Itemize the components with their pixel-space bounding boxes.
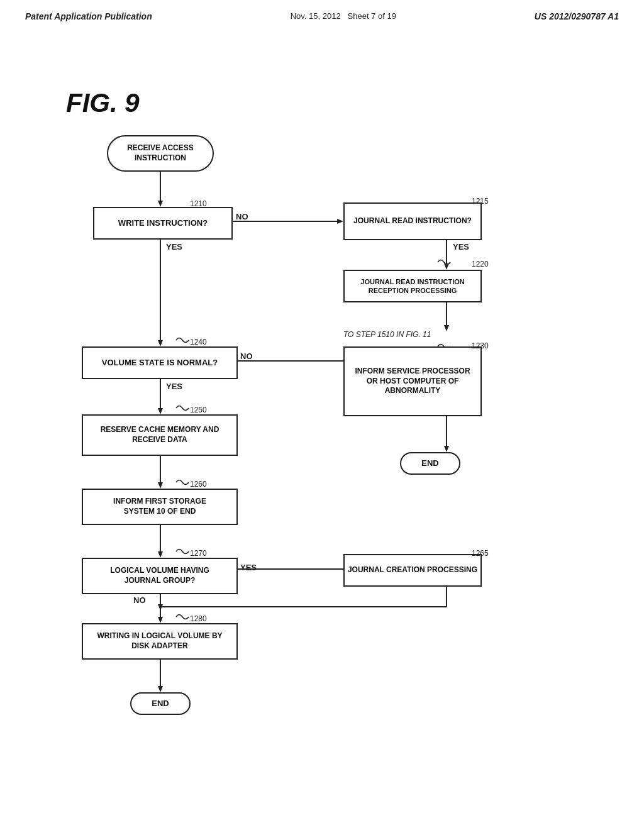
logical-volume-node: LOGICAL VOLUME HAVING JOURNAL GROUP? <box>82 558 238 594</box>
step-1260-label: 1260 <box>190 480 207 489</box>
step-1210-label: 1210 <box>190 199 207 208</box>
step-1230-label: 1230 <box>472 341 489 350</box>
to-step-label: TO STEP 1510 IN FIG. 11 <box>343 330 431 339</box>
step-1250-label: 1250 <box>190 406 207 414</box>
svg-marker-15 <box>444 446 449 452</box>
step-1220-label: 1220 <box>472 260 489 268</box>
writing-logical-volume-node: WRITING IN LOGICAL VOLUME BY DISK ADAPTE… <box>82 623 238 660</box>
figure-title: FIG. 9 <box>66 88 140 118</box>
step-1265-label: 1265 <box>472 549 489 558</box>
step-1240-label: 1240 <box>190 338 207 346</box>
svg-marker-5 <box>337 219 343 224</box>
svg-marker-23 <box>158 617 163 623</box>
step-1280-label: 1280 <box>190 614 207 623</box>
sheet-label: Sheet 7 of 19 <box>348 11 396 21</box>
inform-first-storage-node: INFORM FIRST STORAGE SYSTEM 10 OF END <box>82 489 238 525</box>
date-label: Nov. 15, 2012 <box>291 11 341 21</box>
journal-reception-node: JOURNAL READ INSTRUCTION RECEPTION PROCE… <box>343 270 482 302</box>
svg-marker-17 <box>158 482 163 489</box>
svg-marker-28 <box>158 604 163 611</box>
inform-service-node: INFORM SERVICE PROCESSOR OR HOST COMPUTE… <box>343 346 482 416</box>
svg-marker-25 <box>158 686 163 692</box>
no-label-1270: NO <box>133 595 146 605</box>
page-header: Patent Application Publication Nov. 15, … <box>0 0 644 21</box>
step-1270-label: 1270 <box>190 549 207 558</box>
yes-label-1215: YES <box>453 242 469 252</box>
step-1215-label: 1215 <box>472 197 489 206</box>
write-instruction-node: WRITE INSTRUCTION? <box>93 207 233 240</box>
journal-read-node: JOURNAL READ INSTRUCTION? <box>343 202 482 240</box>
svg-marker-3 <box>158 340 163 346</box>
svg-marker-7 <box>444 263 449 270</box>
svg-marker-9 <box>444 325 449 331</box>
volume-state-node: VOLUME STATE IS NORMAL? <box>82 346 238 379</box>
journal-creation-node: JOURNAL CREATION PROCESSING <box>343 554 482 587</box>
patent-number-label: US 2012/0290787 A1 <box>535 11 619 21</box>
yes-label-1270: YES <box>240 563 257 572</box>
yes-label-1240: YES <box>166 382 182 391</box>
date-sheet-label: Nov. 15, 2012 Sheet 7 of 19 <box>291 11 396 21</box>
no-label-1210: NO <box>236 212 248 221</box>
no-label-1240: NO <box>240 351 253 361</box>
publication-label: Patent Application Publication <box>25 11 152 21</box>
svg-marker-1 <box>158 201 163 207</box>
end-node-2: END <box>130 692 191 715</box>
flowchart: RECEIVE ACCESS INSTRUCTION WRITE INSTRUC… <box>38 116 591 795</box>
start-node: RECEIVE ACCESS INSTRUCTION <box>107 135 214 172</box>
svg-marker-19 <box>158 551 163 558</box>
yes-label-1210: YES <box>166 242 182 252</box>
reserve-cache-node: RESERVE CACHE MEMORY AND RECEIVE DATA <box>82 414 238 456</box>
svg-marker-11 <box>158 408 163 414</box>
end-node-1: END <box>400 452 460 475</box>
